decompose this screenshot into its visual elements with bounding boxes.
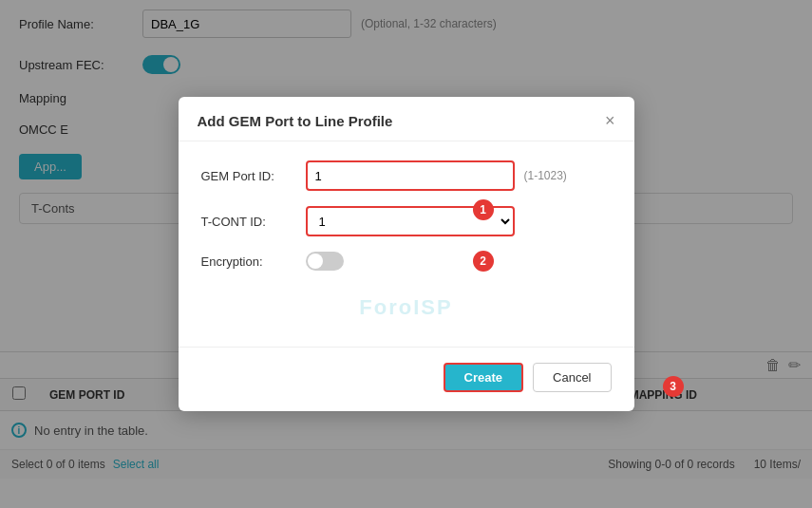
add-gem-port-modal: 1 2 3 Add GEM Port to Line Profile × GEM…: [179, 97, 634, 411]
t-cont-id-label: T-CONT ID:: [201, 215, 306, 229]
badge-3: 3: [663, 376, 684, 397]
modal-header: Add GEM Port to Line Profile ×: [179, 97, 634, 141]
modal-body: GEM Port ID: (1-1023) T-CONT ID: 1 2 3 E…: [179, 141, 634, 339]
modal-footer: Create Cancel: [179, 363, 634, 411]
gem-port-id-label: GEM Port ID:: [201, 169, 306, 183]
modal-overlay: 1 2 3 Add GEM Port to Line Profile × GEM…: [0, 0, 812, 508]
badge-1: 1: [473, 199, 494, 220]
gem-port-id-row: GEM Port ID: (1-1023): [201, 160, 612, 191]
t-cont-id-row: T-CONT ID: 1 2 3: [201, 206, 612, 236]
encryption-row: Encryption:: [201, 252, 612, 271]
watermark: ForoISP: [201, 286, 612, 320]
gem-port-id-input[interactable]: [306, 160, 515, 191]
gem-port-id-hint: (1-1023): [524, 169, 567, 182]
encryption-label: Encryption:: [201, 254, 306, 269]
modal-divider: [179, 347, 634, 348]
modal-close-button[interactable]: ×: [605, 112, 615, 129]
encryption-toggle[interactable]: [306, 252, 344, 271]
create-button[interactable]: Create: [444, 363, 523, 392]
cancel-button[interactable]: Cancel: [533, 363, 611, 392]
modal-title: Add GEM Port to Line Profile: [198, 113, 393, 129]
badge-2: 2: [473, 251, 494, 272]
